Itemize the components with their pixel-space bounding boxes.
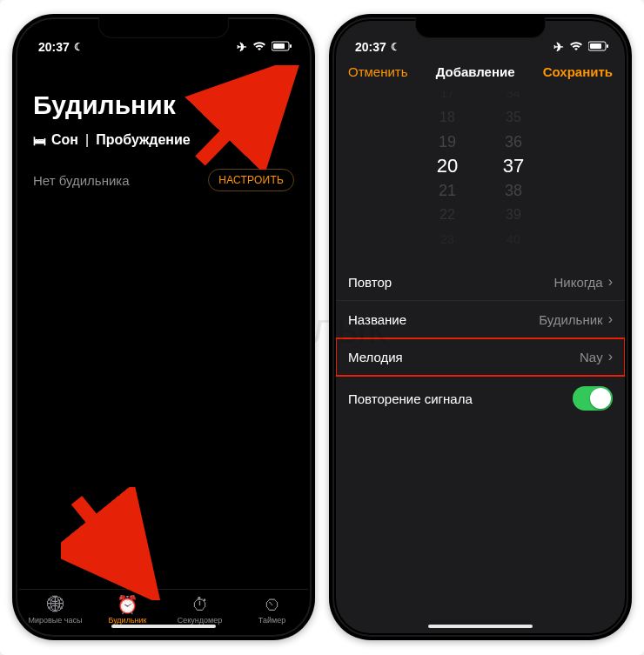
row-snooze: Повторение сигнала	[336, 376, 625, 421]
row-value: Будильник	[539, 312, 602, 327]
phone-right: 20:37 ☾ ✈︎ Отменить Добавление Сохранить	[329, 14, 632, 640]
wifi-icon	[569, 40, 583, 54]
nav-title: Добавление	[436, 64, 515, 79]
nav-bar: Отменить Добавление Сохранить	[336, 56, 625, 90]
row-label: Повтор	[348, 275, 392, 290]
do-not-disturb-icon: ☾	[74, 41, 84, 53]
picker-value: 35	[496, 105, 531, 130]
tab-stopwatch[interactable]: ⏱︎ Секундомер	[164, 595, 236, 625]
notch	[98, 17, 229, 38]
globe-icon: 🌐︎	[47, 595, 64, 614]
picker-value: 36	[496, 130, 531, 154]
home-indicator[interactable]	[111, 625, 216, 628]
airplane-icon: ✈︎	[553, 40, 564, 54]
svg-rect-5	[590, 43, 601, 49]
phone-left: 20:37 ☾ ✈︎ ＋ Будильник 🛏︎ Сон | Пробужде…	[12, 14, 315, 640]
row-name[interactable]: Название Будильник ›	[336, 301, 625, 338]
battery-icon	[588, 40, 609, 54]
picker-value: 17	[430, 91, 465, 105]
picker-value: 40	[496, 227, 531, 248]
row-sound[interactable]: Мелодия Nay ›	[336, 338, 625, 376]
screen-alarm-list: 20:37 ☾ ✈︎ ＋ Будильник 🛏︎ Сон | Пробужде…	[19, 21, 308, 633]
wifi-icon	[252, 40, 266, 54]
picker-value: 34	[496, 91, 531, 105]
tab-label: Будильник	[108, 616, 146, 625]
tab-label: Таймер	[258, 616, 285, 625]
chevron-right-icon: ›	[608, 349, 613, 364]
tab-world-clock[interactable]: 🌐︎ Мировые часы	[19, 595, 91, 625]
screen-add-alarm: 20:37 ☾ ✈︎ Отменить Добавление Сохранить	[336, 21, 625, 633]
chevron-right-icon: ›	[608, 311, 613, 327]
picker-value: 19	[430, 130, 465, 154]
time-picker[interactable]: 17 18 19 20 21 22 23 34 35 36 37 38 39 4…	[353, 91, 607, 248]
tab-label: Мировые часы	[29, 616, 83, 625]
row-repeat[interactable]: Повтор Никогда ›	[336, 264, 625, 301]
home-indicator[interactable]	[428, 625, 533, 628]
save-button[interactable]: Сохранить	[543, 64, 613, 79]
sleep-wake-header: 🛏︎ Сон | Пробуждение	[33, 132, 294, 148]
hour-column[interactable]: 17 18 19 20 21 22 23	[430, 91, 465, 248]
picker-value-selected: 37	[496, 154, 531, 178]
stopwatch-icon: ⏱︎	[191, 595, 209, 614]
picker-value-selected: 20	[430, 154, 465, 178]
picker-value: 18	[430, 105, 465, 130]
cancel-button[interactable]: Отменить	[348, 64, 408, 79]
row-label: Название	[348, 312, 406, 327]
picker-value: 21	[430, 178, 465, 203]
bed-icon: 🛏︎	[33, 133, 46, 148]
sleep-label: Сон	[51, 132, 78, 148]
airplane-icon: ✈︎	[237, 40, 247, 54]
do-not-disturb-icon: ☾	[391, 41, 400, 53]
minute-column[interactable]: 34 35 36 37 38 39 40	[496, 91, 531, 248]
svg-rect-1	[290, 44, 292, 48]
chevron-right-icon: ›	[608, 274, 613, 290]
alarm-clock-icon: ⏰	[117, 595, 138, 614]
row-value: Никогда	[553, 275, 602, 290]
status-time: 20:37	[38, 40, 70, 54]
no-alarm-row: Нет будильника НАСТРОИТЬ	[19, 157, 308, 204]
tab-alarm[interactable]: ⏰ Будильник	[91, 595, 164, 625]
wake-label: Пробуждение	[96, 132, 191, 148]
no-alarm-text: Нет будильника	[33, 173, 130, 188]
status-time: 20:37	[355, 40, 386, 54]
settings-list: Повтор Никогда › Название Будильник › Ме…	[336, 264, 625, 421]
page-title: Будильник	[33, 90, 294, 120]
row-label: Повторение сигнала	[348, 391, 473, 406]
svg-rect-4	[607, 44, 608, 48]
picker-value: 38	[496, 178, 531, 203]
tab-timer[interactable]: ⏲︎ Таймер	[236, 595, 308, 625]
notch	[415, 17, 546, 38]
svg-rect-2	[273, 43, 285, 49]
row-label: Мелодия	[348, 350, 403, 364]
setup-button[interactable]: НАСТРОИТЬ	[208, 169, 294, 191]
battery-icon	[272, 40, 292, 54]
tab-label: Секундомер	[178, 616, 222, 625]
picker-value: 23	[430, 227, 465, 248]
timer-icon: ⏲︎	[264, 595, 281, 614]
picker-value: 39	[496, 203, 531, 227]
snooze-toggle[interactable]	[573, 386, 613, 411]
add-alarm-button[interactable]: ＋	[272, 64, 294, 87]
picker-value: 22	[430, 203, 465, 227]
row-value: Nay	[580, 350, 603, 364]
